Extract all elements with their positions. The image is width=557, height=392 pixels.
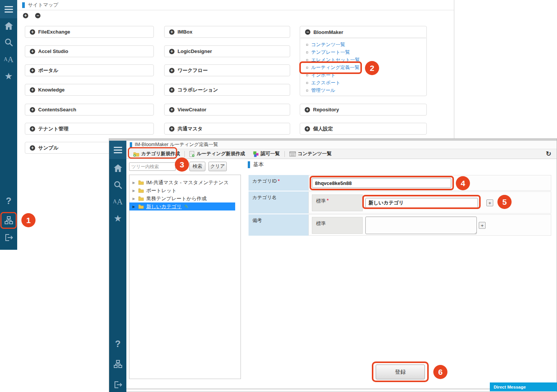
refresh-icon[interactable]: ↻: [546, 151, 551, 157]
help-icon[interactable]: ?: [109, 336, 126, 352]
section-heading-basic: 基本: [248, 161, 264, 168]
category-box-collaboration[interactable]: +コラボレーション: [164, 84, 290, 96]
home-icon[interactable]: [109, 160, 126, 177]
new-routing-button[interactable]: ルーティング新規作成: [186, 149, 249, 159]
circle-plus-icon: +: [169, 49, 174, 54]
standard-sub-label: 標準: [312, 217, 363, 234]
hamburger-menu-icon[interactable]: [109, 141, 126, 159]
content-list-button[interactable]: コンテンツ一覧: [286, 149, 336, 159]
search-icon[interactable]: [109, 177, 126, 193]
note-label: 備考: [249, 214, 308, 236]
font-size-icon[interactable]: AA: [0, 51, 17, 68]
search-button[interactable]: 検索: [189, 162, 205, 171]
circle-plus-icon: +: [30, 29, 35, 35]
note-textarea[interactable]: [365, 217, 477, 234]
add-locale-button[interactable]: +: [486, 199, 493, 206]
folder-icon: [138, 180, 144, 185]
hamburger-menu-icon[interactable]: [0, 0, 17, 18]
square-bullet-icon: [306, 59, 308, 61]
toolbar: カテゴリ新規作成 ルーティング新規作成 認可一覧 コンテンツ一覧 ↻: [126, 149, 557, 159]
category-box-workflow[interactable]: +ワークフロー: [164, 64, 290, 76]
category-box-viewcreator[interactable]: +ViewCreator: [164, 104, 290, 116]
folder-plus-icon: [133, 151, 139, 157]
annotation-badge-5: 5: [497, 195, 512, 209]
logout-icon[interactable]: [109, 376, 126, 392]
category-box-accel-studio[interactable]: +Accel Studio: [25, 45, 154, 57]
bloommaker-link-import[interactable]: インポート: [300, 71, 426, 79]
annotation-badge-1: 1: [21, 213, 36, 227]
bloommaker-link-admin-tools[interactable]: 管理ツール: [300, 87, 426, 94]
category-id-cell: [308, 175, 551, 191]
tree-expand-icon[interactable]: ▶: [132, 189, 136, 193]
category-name-input[interactable]: [365, 198, 478, 208]
tree-expand-icon[interactable]: ▶: [132, 205, 136, 209]
tree-item-portlet[interactable]: ▶ ポートレット: [129, 186, 235, 194]
square-bullet-icon: [306, 90, 308, 92]
circle-plus-icon: +: [305, 126, 310, 132]
circle-plus-icon: +: [30, 126, 35, 132]
direct-message-bar[interactable]: Direct Message: [490, 382, 557, 391]
category-tree-panel: ▶ IM-共通マスタ - マスタメンテナンス ▶ ポートレット ▶ 業務テンプレ…: [129, 175, 241, 379]
category-box-contentssearch[interactable]: +ContentsSearch: [25, 104, 154, 116]
bloommaker-link-contents[interactable]: コンテンツ一覧: [300, 41, 426, 48]
annotation-badge-6: 6: [433, 365, 447, 379]
category-box-logicdesigner[interactable]: +LogicDesigner: [164, 45, 290, 57]
register-button[interactable]: 登録: [376, 365, 425, 379]
bloommaker-link-templates[interactable]: テンプレート一覧: [300, 48, 426, 56]
standard-sub-label: 標準*: [312, 194, 363, 211]
folder-icon: [138, 196, 144, 201]
bloommaker-link-routing[interactable]: ルーティング定義一覧: [300, 64, 426, 71]
category-box-fileexchange[interactable]: +FileExchange: [25, 26, 154, 38]
help-icon[interactable]: ?: [0, 193, 17, 209]
favorites-star-icon[interactable]: ★: [109, 210, 126, 227]
category-box-tenant-admin[interactable]: +テナント管理: [25, 123, 154, 135]
title-accent-bar: [130, 142, 132, 148]
bloommaker-header[interactable]: − BloomMaker: [300, 26, 426, 38]
home-icon[interactable]: [0, 18, 17, 34]
sidebar: AA ★ ?: [0, 0, 17, 250]
add-locale-button[interactable]: +: [479, 222, 486, 229]
collapse-all-icon[interactable]: −: [35, 13, 40, 18]
new-category-button[interactable]: カテゴリ新規作成: [129, 149, 184, 159]
logout-icon[interactable]: [0, 229, 17, 246]
clear-button[interactable]: クリア: [208, 162, 227, 171]
bloommaker-link-elementsets[interactable]: エレメントセット一覧: [300, 56, 426, 64]
authorization-list-button[interactable]: 認可一覧: [249, 149, 284, 159]
annotation-badge-4: 4: [456, 176, 470, 190]
category-box-portal[interactable]: +ポータル: [25, 64, 154, 76]
bloommaker-link-export[interactable]: エクスポート: [300, 79, 426, 87]
circle-plus-icon: +: [30, 87, 35, 93]
expand-all-icon[interactable]: +: [23, 13, 28, 18]
tree-item-new-category-selected[interactable]: ▶ 新しいカテゴリ ✎: [129, 202, 235, 210]
page: AA ★ ? サイトマップ + − +FileExchange +IMBox +…: [0, 0, 557, 392]
circle-plus-icon: +: [169, 126, 174, 132]
category-box-repository[interactable]: +Repository: [300, 104, 427, 116]
category-box-knowledge[interactable]: +Knowledge: [25, 84, 154, 96]
tree-search-input[interactable]: [129, 162, 176, 171]
annotation-badge-2: 2: [365, 61, 379, 75]
document-plus-icon: [189, 151, 195, 157]
tree-item-business-template[interactable]: ▶ 業務テンプレートから作成: [129, 194, 235, 202]
edit-pencil-icon: ✎: [184, 204, 189, 209]
category-id-input[interactable]: [312, 178, 451, 188]
sitemap-icon[interactable]: [0, 212, 17, 229]
circle-plus-icon: +: [169, 87, 174, 93]
font-size-icon[interactable]: AA: [109, 193, 126, 210]
circle-plus-icon: +: [305, 107, 310, 112]
folder-icon: [138, 188, 144, 193]
category-box-imbox[interactable]: +IMBox: [164, 26, 290, 38]
tree-expand-icon[interactable]: ▶: [132, 197, 136, 201]
sitemap-icon[interactable]: [109, 356, 126, 373]
tree-expand-icon[interactable]: ▶: [132, 181, 136, 185]
category-box-personal-settings[interactable]: +個人設定: [300, 123, 427, 135]
tree-item-im-common-master[interactable]: ▶ IM-共通マスタ - マスタメンテナンス: [129, 178, 235, 186]
list-icon: [289, 151, 296, 157]
required-mark: *: [327, 198, 329, 203]
square-bullet-icon: [306, 51, 308, 53]
favorites-star-icon[interactable]: ★: [0, 68, 17, 85]
toolbar-divider: [284, 151, 285, 157]
circle-plus-icon: +: [30, 107, 35, 112]
category-name-cell: 標準* +: [308, 191, 551, 214]
search-icon[interactable]: [0, 34, 17, 51]
category-box-common-master[interactable]: +共通マスタ: [164, 123, 290, 135]
